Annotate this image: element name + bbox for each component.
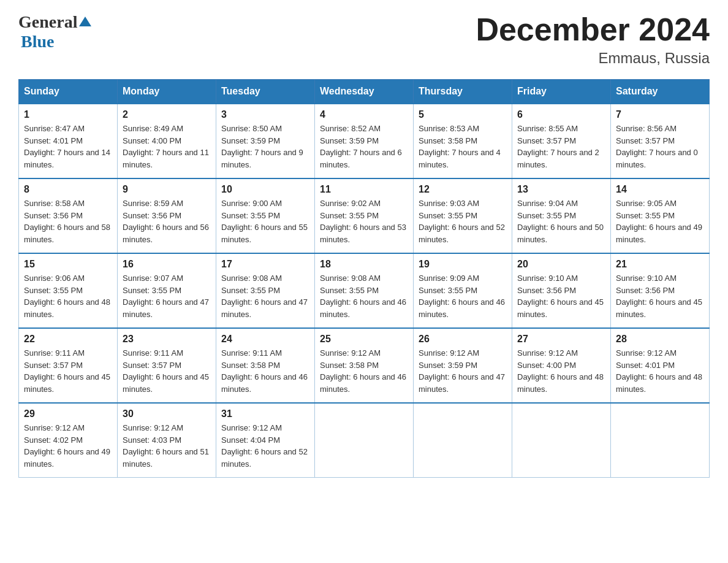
day-number: 17 (221, 259, 309, 270)
calendar-cell (414, 403, 512, 478)
day-number: 21 (616, 259, 704, 270)
day-number: 4 (320, 109, 408, 120)
calendar-cell: 18 Sunrise: 9:08 AM Sunset: 3:55 PM Dayl… (315, 253, 414, 328)
day-number: 15 (24, 259, 112, 270)
day-info: Sunrise: 8:50 AM Sunset: 3:59 PM Dayligh… (221, 123, 309, 170)
page-title: December 2024 (476, 12, 710, 47)
day-number: 13 (517, 184, 605, 195)
calendar-cell: 8 Sunrise: 8:58 AM Sunset: 3:56 PM Dayli… (19, 178, 118, 253)
day-info: Sunrise: 9:12 AM Sunset: 3:58 PM Dayligh… (320, 347, 408, 395)
calendar-cell: 4 Sunrise: 8:52 AM Sunset: 3:59 PM Dayli… (315, 104, 414, 178)
logo: General Blue (18, 12, 91, 52)
calendar-cell: 24 Sunrise: 9:11 AM Sunset: 3:58 PM Dayl… (216, 328, 315, 403)
calendar-cell: 22 Sunrise: 9:11 AM Sunset: 3:57 PM Dayl… (19, 328, 118, 403)
day-info: Sunrise: 8:49 AM Sunset: 4:00 PM Dayligh… (123, 123, 211, 170)
day-number: 23 (123, 334, 211, 345)
calendar-cell: 30 Sunrise: 9:12 AM Sunset: 4:03 PM Dayl… (118, 403, 216, 478)
calendar-table: Sunday Monday Tuesday Wednesday Thursday… (18, 79, 710, 478)
calendar-cell: 23 Sunrise: 9:11 AM Sunset: 3:57 PM Dayl… (118, 328, 216, 403)
week-row-5: 29 Sunrise: 9:12 AM Sunset: 4:02 PM Dayl… (19, 403, 710, 478)
day-number: 5 (419, 109, 507, 120)
day-number: 19 (419, 259, 507, 270)
week-row-3: 15 Sunrise: 9:06 AM Sunset: 3:55 PM Dayl… (19, 253, 710, 328)
day-number: 8 (24, 184, 112, 195)
day-info: Sunrise: 9:11 AM Sunset: 3:57 PM Dayligh… (123, 347, 211, 395)
day-info: Sunrise: 9:10 AM Sunset: 3:56 PM Dayligh… (616, 272, 704, 320)
day-number: 7 (616, 109, 704, 120)
day-number: 9 (123, 184, 211, 195)
calendar-cell: 7 Sunrise: 8:56 AM Sunset: 3:57 PM Dayli… (611, 104, 710, 178)
day-info: Sunrise: 9:04 AM Sunset: 3:55 PM Dayligh… (517, 197, 605, 245)
day-number: 6 (517, 109, 605, 120)
calendar-cell: 6 Sunrise: 8:55 AM Sunset: 3:57 PM Dayli… (512, 104, 611, 178)
day-info: Sunrise: 8:56 AM Sunset: 3:57 PM Dayligh… (616, 123, 704, 170)
logo-general-text: General (18, 12, 77, 32)
calendar-cell: 5 Sunrise: 8:53 AM Sunset: 3:58 PM Dayli… (414, 104, 512, 178)
day-info: Sunrise: 9:12 AM Sunset: 4:00 PM Dayligh… (517, 347, 605, 395)
calendar-cell: 26 Sunrise: 9:12 AM Sunset: 3:59 PM Dayl… (414, 328, 512, 403)
col-monday: Monday (118, 80, 216, 104)
calendar-cell: 31 Sunrise: 9:12 AM Sunset: 4:04 PM Dayl… (216, 403, 315, 478)
col-sunday: Sunday (19, 80, 118, 104)
calendar-cell: 29 Sunrise: 9:12 AM Sunset: 4:02 PM Dayl… (19, 403, 118, 478)
calendar-cell: 28 Sunrise: 9:12 AM Sunset: 4:01 PM Dayl… (611, 328, 710, 403)
calendar-cell (611, 403, 710, 478)
day-number: 26 (419, 334, 507, 345)
calendar-cell: 27 Sunrise: 9:12 AM Sunset: 4:00 PM Dayl… (512, 328, 611, 403)
calendar-cell: 14 Sunrise: 9:05 AM Sunset: 3:55 PM Dayl… (611, 178, 710, 253)
day-info: Sunrise: 8:53 AM Sunset: 3:58 PM Dayligh… (419, 123, 507, 170)
logo-triangle-icon (79, 17, 91, 26)
calendar-cell: 3 Sunrise: 8:50 AM Sunset: 3:59 PM Dayli… (216, 104, 315, 178)
calendar-cell: 10 Sunrise: 9:00 AM Sunset: 3:55 PM Dayl… (216, 178, 315, 253)
calendar-cell: 20 Sunrise: 9:10 AM Sunset: 3:56 PM Dayl… (512, 253, 611, 328)
day-info: Sunrise: 9:10 AM Sunset: 3:56 PM Dayligh… (517, 272, 605, 320)
day-info: Sunrise: 9:08 AM Sunset: 3:55 PM Dayligh… (221, 272, 309, 320)
calendar-cell (512, 403, 611, 478)
day-number: 18 (320, 259, 408, 270)
day-number: 24 (221, 334, 309, 345)
calendar-cell (315, 403, 414, 478)
calendar-cell: 21 Sunrise: 9:10 AM Sunset: 3:56 PM Dayl… (611, 253, 710, 328)
day-info: Sunrise: 9:06 AM Sunset: 3:55 PM Dayligh… (24, 272, 112, 320)
day-number: 1 (24, 109, 112, 120)
day-number: 25 (320, 334, 408, 345)
day-info: Sunrise: 8:58 AM Sunset: 3:56 PM Dayligh… (24, 197, 112, 245)
calendar-cell: 17 Sunrise: 9:08 AM Sunset: 3:55 PM Dayl… (216, 253, 315, 328)
day-info: Sunrise: 8:55 AM Sunset: 3:57 PM Dayligh… (517, 123, 605, 170)
day-info: Sunrise: 9:09 AM Sunset: 3:55 PM Dayligh… (419, 272, 507, 320)
day-info: Sunrise: 9:12 AM Sunset: 4:02 PM Dayligh… (24, 422, 112, 470)
day-info: Sunrise: 9:11 AM Sunset: 3:58 PM Dayligh… (221, 347, 309, 395)
col-saturday: Saturday (611, 80, 710, 104)
page-header: General Blue December 2024 Emmaus, Russi… (18, 12, 710, 67)
col-wednesday: Wednesday (315, 80, 414, 104)
day-info: Sunrise: 8:52 AM Sunset: 3:59 PM Dayligh… (320, 123, 408, 170)
day-number: 14 (616, 184, 704, 195)
day-info: Sunrise: 9:12 AM Sunset: 4:04 PM Dayligh… (221, 422, 309, 470)
day-number: 22 (24, 334, 112, 345)
calendar-cell: 16 Sunrise: 9:07 AM Sunset: 3:55 PM Dayl… (118, 253, 216, 328)
day-info: Sunrise: 9:07 AM Sunset: 3:55 PM Dayligh… (123, 272, 211, 320)
day-info: Sunrise: 9:02 AM Sunset: 3:55 PM Dayligh… (320, 197, 408, 245)
calendar-cell: 11 Sunrise: 9:02 AM Sunset: 3:55 PM Dayl… (315, 178, 414, 253)
week-row-4: 22 Sunrise: 9:11 AM Sunset: 3:57 PM Dayl… (19, 328, 710, 403)
day-info: Sunrise: 9:03 AM Sunset: 3:55 PM Dayligh… (419, 197, 507, 245)
day-number: 30 (123, 408, 211, 419)
day-number: 16 (123, 259, 211, 270)
day-number: 10 (221, 184, 309, 195)
day-number: 2 (123, 109, 211, 120)
week-row-1: 1 Sunrise: 8:47 AM Sunset: 4:01 PM Dayli… (19, 104, 710, 178)
col-friday: Friday (512, 80, 611, 104)
day-info: Sunrise: 8:59 AM Sunset: 3:56 PM Dayligh… (123, 197, 211, 245)
day-number: 11 (320, 184, 408, 195)
day-info: Sunrise: 9:12 AM Sunset: 4:01 PM Dayligh… (616, 347, 704, 395)
day-info: Sunrise: 9:11 AM Sunset: 3:57 PM Dayligh… (24, 347, 112, 395)
day-number: 31 (221, 408, 309, 419)
day-info: Sunrise: 8:47 AM Sunset: 4:01 PM Dayligh… (24, 123, 112, 170)
calendar-cell: 19 Sunrise: 9:09 AM Sunset: 3:55 PM Dayl… (414, 253, 512, 328)
day-number: 12 (419, 184, 507, 195)
col-tuesday: Tuesday (216, 80, 315, 104)
day-number: 27 (517, 334, 605, 345)
day-number: 20 (517, 259, 605, 270)
calendar-cell: 13 Sunrise: 9:04 AM Sunset: 3:55 PM Dayl… (512, 178, 611, 253)
day-number: 29 (24, 408, 112, 419)
